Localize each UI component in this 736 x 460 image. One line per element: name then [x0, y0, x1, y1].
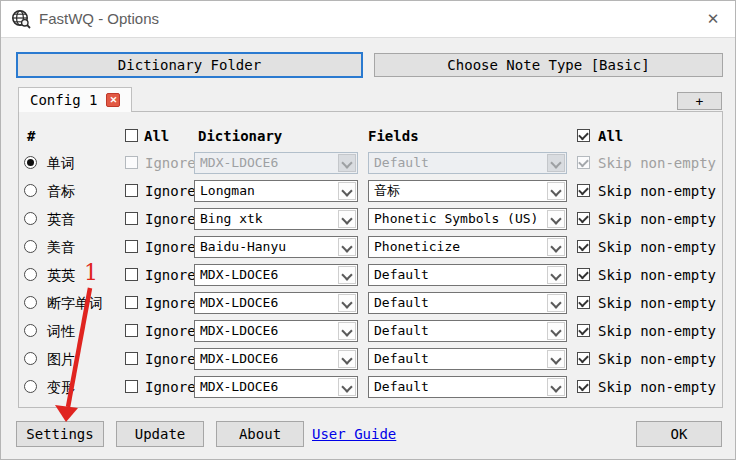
skip-checkbox[interactable] — [577, 268, 590, 281]
dictionary-select[interactable]: Bing xtk — [194, 208, 358, 230]
table-row: 美音 Ignore Baidu-Hanyu Phoneticize Skip n… — [1, 233, 736, 261]
column-header-all-right: All — [598, 127, 623, 145]
tab-config-1[interactable]: Config 1 ✕ — [18, 87, 132, 112]
skip-checkbox[interactable] — [577, 212, 590, 225]
field-select[interactable]: Default — [368, 264, 567, 286]
word-type-radio[interactable] — [24, 380, 37, 393]
chevron-down-icon — [338, 154, 356, 172]
word-type-label: 美音 — [47, 233, 75, 261]
ignore-all-checkbox[interactable] — [125, 129, 138, 142]
dictionary-select[interactable]: MDX-LDOCE6 — [194, 376, 358, 398]
dictionary-folder-button[interactable]: Dictionary Folder — [16, 52, 363, 78]
table-row: 单词 Ignore MDX-LDOCE6 Default Skip non-em… — [1, 149, 736, 177]
ignore-label: Ignore — [145, 149, 196, 177]
dictionary-select[interactable]: MDX-LDOCE6 — [194, 264, 358, 286]
field-select[interactable]: Default — [368, 292, 567, 314]
dictionary-select[interactable]: MDX-LDOCE6 — [194, 320, 358, 342]
dictionary-select[interactable]: MDX-LDOCE6 — [194, 292, 358, 314]
update-button[interactable]: Update — [116, 421, 204, 447]
word-type-radio[interactable] — [24, 352, 37, 365]
skip-checkbox[interactable] — [577, 380, 590, 393]
chevron-down-icon — [338, 210, 356, 228]
table-row: 英英 Ignore MDX-LDOCE6 Default Skip non-em… — [1, 261, 736, 289]
dictionary-select[interactable]: Longman — [194, 180, 358, 202]
settings-button[interactable]: Settings — [16, 421, 104, 447]
chevron-down-icon — [338, 322, 356, 340]
ignore-checkbox[interactable] — [125, 212, 138, 225]
ignore-checkbox[interactable] — [125, 184, 138, 197]
field-select[interactable]: Default — [368, 376, 567, 398]
word-type-radio[interactable] — [24, 240, 37, 253]
field-select[interactable]: Phoneticize — [368, 236, 567, 258]
skip-label: Skip non-empty — [598, 177, 716, 205]
column-header-dictionary: Dictionary — [198, 127, 282, 145]
annotation-step-number: 1 — [84, 262, 98, 284]
ignore-checkbox[interactable] — [125, 380, 138, 393]
skip-checkbox[interactable] — [577, 352, 590, 365]
about-button[interactable]: About — [216, 421, 304, 447]
table-row: 英音 Ignore Bing xtk Phonetic Symbols (US)… — [1, 205, 736, 233]
ignore-label: Ignore — [145, 205, 196, 233]
table-row: 音标 Ignore Longman 音标 Skip non-empty — [1, 177, 736, 205]
dictionary-select[interactable]: MDX-LDOCE6 — [194, 348, 358, 370]
skip-label: Skip non-empty — [598, 289, 716, 317]
ok-button[interactable]: OK — [636, 421, 722, 447]
word-type-label: 变形 — [47, 373, 75, 401]
word-type-label: 断字单词 — [47, 289, 103, 317]
chevron-down-icon — [547, 350, 565, 368]
ignore-label: Ignore — [145, 261, 196, 289]
ignore-checkbox[interactable] — [125, 156, 138, 169]
ignore-label: Ignore — [145, 289, 196, 317]
word-type-label: 音标 — [47, 177, 75, 205]
tab-label: Config 1 — [30, 92, 97, 108]
word-type-radio[interactable] — [24, 156, 37, 169]
window-title: FastWQ - Options — [39, 1, 159, 37]
column-header-all-left: All — [144, 127, 169, 145]
add-config-button[interactable]: + — [677, 92, 722, 110]
ignore-checkbox[interactable] — [125, 324, 138, 337]
chevron-down-icon — [547, 294, 565, 312]
skip-all-checkbox[interactable] — [577, 129, 590, 142]
dictionary-select[interactable]: Baidu-Hanyu — [194, 236, 358, 258]
field-select[interactable]: Default — [368, 348, 567, 370]
chevron-down-icon — [338, 294, 356, 312]
word-type-radio[interactable] — [24, 184, 37, 197]
ignore-checkbox[interactable] — [125, 240, 138, 253]
table-row: 词性 Ignore MDX-LDOCE6 Default Skip non-em… — [1, 317, 736, 345]
column-header-hash: # — [27, 127, 35, 145]
skip-checkbox[interactable] — [577, 324, 590, 337]
ignore-checkbox[interactable] — [125, 268, 138, 281]
column-header-fields: Fields — [368, 127, 419, 145]
chevron-down-icon — [547, 210, 565, 228]
chevron-down-icon — [547, 154, 565, 172]
dictionary-select[interactable]: MDX-LDOCE6 — [194, 152, 358, 174]
word-type-radio[interactable] — [24, 296, 37, 309]
titlebar: FastWQ - Options ✕ — [1, 1, 735, 38]
skip-checkbox[interactable] — [577, 184, 590, 197]
word-type-radio[interactable] — [24, 212, 37, 225]
user-guide-link[interactable]: User Guide — [312, 421, 396, 447]
skip-checkbox[interactable] — [577, 156, 590, 169]
field-select[interactable]: Default — [368, 320, 567, 342]
field-select[interactable]: Phonetic Symbols (US) — [368, 208, 567, 230]
tab-close-icon[interactable]: ✕ — [106, 93, 120, 107]
window-close-icon[interactable]: ✕ — [697, 1, 729, 37]
skip-label: Skip non-empty — [598, 233, 716, 261]
field-select[interactable]: Default — [368, 152, 567, 174]
skip-checkbox[interactable] — [577, 296, 590, 309]
skip-label: Skip non-empty — [598, 373, 716, 401]
chevron-down-icon — [547, 378, 565, 396]
word-type-label: 图片 — [47, 345, 75, 373]
word-type-radio[interactable] — [24, 324, 37, 337]
field-select[interactable]: 音标 — [368, 180, 567, 202]
skip-checkbox[interactable] — [577, 240, 590, 253]
ignore-label: Ignore — [145, 373, 196, 401]
ignore-checkbox[interactable] — [125, 296, 138, 309]
choose-note-type-button[interactable]: Choose Note Type [Basic] — [374, 53, 723, 77]
chevron-down-icon — [547, 266, 565, 284]
word-type-radio[interactable] — [24, 268, 37, 281]
ignore-label: Ignore — [145, 177, 196, 205]
chevron-down-icon — [338, 238, 356, 256]
ignore-checkbox[interactable] — [125, 352, 138, 365]
word-type-label: 英英 — [47, 261, 75, 289]
